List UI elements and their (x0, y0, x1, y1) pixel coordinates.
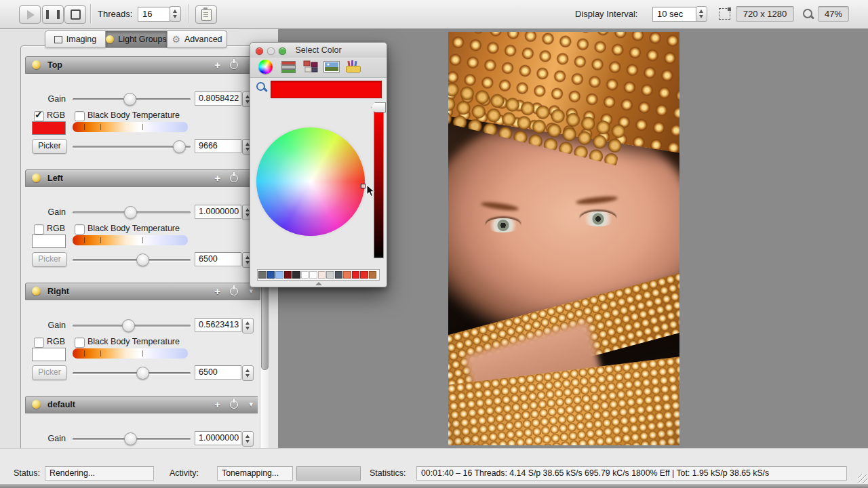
display-interval-input[interactable]: 10 sec (652, 7, 697, 22)
power-icon[interactable] (230, 61, 238, 69)
zoom-icon[interactable] (803, 9, 812, 18)
color-swatch[interactable] (284, 271, 292, 279)
black-body-checkbox[interactable] (75, 111, 85, 121)
power-icon[interactable] (230, 287, 238, 296)
slider-knob[interactable] (124, 206, 137, 219)
picker-value-field[interactable]: 6500 (195, 252, 241, 266)
image-palettes-mode-icon[interactable] (323, 61, 340, 73)
gain-value-field[interactable]: 0.8058422 (195, 92, 241, 106)
picker-value-field[interactable]: 6500 (195, 365, 241, 380)
rgb-checkbox[interactable]: ✓ (34, 111, 44, 121)
gain-stepper[interactable] (242, 318, 254, 333)
picker-stepper[interactable] (242, 365, 254, 381)
color-swatch[interactable] (292, 271, 300, 279)
color-swatch[interactable] (352, 271, 360, 279)
color-swatch[interactable] (309, 271, 317, 279)
gain-value-field[interactable]: 0.5623413 (195, 318, 241, 332)
add-icon[interactable]: + (214, 170, 220, 186)
status-label: Status: (14, 466, 40, 481)
tab-advanced[interactable]: ⚙ Advanced (167, 30, 227, 48)
resize-grip[interactable] (859, 474, 867, 483)
slider-knob[interactable] (136, 253, 149, 266)
gain-slider[interactable] (73, 431, 191, 446)
display-interval-stepper[interactable] (696, 6, 707, 22)
slider-knob[interactable] (123, 93, 136, 106)
dialog-titlebar[interactable]: Select Color (250, 43, 387, 58)
add-icon[interactable]: + (214, 396, 220, 413)
chevron-down-icon[interactable]: ▾ (249, 396, 253, 413)
group-header[interactable]: Right + ▾ (25, 283, 260, 300)
black-body-checkbox[interactable] (75, 338, 85, 348)
add-icon[interactable]: + (214, 57, 220, 73)
black-body-gradient[interactable] (73, 122, 188, 132)
pause-button[interactable] (42, 5, 64, 24)
black-body-gradient[interactable] (73, 235, 188, 245)
color-swatch[interactable] (275, 271, 283, 279)
color-palettes-mode-icon[interactable] (303, 60, 318, 73)
black-body-label: Black Body Temperature (87, 223, 180, 235)
gain-slider[interactable] (73, 318, 191, 333)
picker-value-field[interactable]: 9666 (195, 139, 241, 153)
picker-slider[interactable] (73, 252, 191, 267)
gain-stepper[interactable] (242, 431, 254, 447)
tab-imaging[interactable]: Imaging (45, 30, 106, 48)
gain-label: Gain (27, 431, 66, 446)
color-sliders-mode-icon[interactable] (281, 61, 294, 73)
slider-knob[interactable] (136, 367, 149, 380)
color-swatch[interactable] (267, 271, 275, 279)
gain-slider[interactable] (73, 205, 191, 220)
copy-button[interactable] (195, 5, 217, 24)
color-swatch[interactable] (343, 271, 351, 279)
color-swatch[interactable] (335, 271, 343, 279)
color-swatch[interactable] (258, 271, 267, 279)
add-icon[interactable]: + (214, 283, 220, 300)
brightness-slider[interactable] (374, 105, 384, 258)
picker-button[interactable]: Picker (32, 139, 67, 154)
color-swatch[interactable] (360, 271, 368, 279)
color-swatch[interactable] (326, 271, 334, 279)
color-swatch[interactable] (318, 271, 326, 279)
threads-stepper[interactable] (170, 6, 181, 22)
tab-light-groups[interactable]: Light Groups (106, 30, 167, 48)
threads-input[interactable]: 16 (138, 7, 170, 22)
power-icon[interactable] (230, 401, 238, 409)
gain-value-field[interactable]: 1.0000000 (195, 431, 241, 445)
slider-knob[interactable] (122, 319, 135, 332)
group-color-swatch[interactable] (32, 121, 66, 135)
tab-label: Advanced (184, 35, 222, 44)
group-color-swatch[interactable] (32, 348, 66, 361)
gain-value-field[interactable]: 1.0000000 (195, 205, 241, 219)
color-wheel-marker[interactable] (361, 184, 366, 188)
magnifier-icon[interactable] (256, 82, 265, 91)
gain-label: Gain (27, 318, 66, 333)
statistics-field: 00:01:40 – 16 Threads: 4.14 S/p 38.65 kS… (416, 466, 847, 481)
crayons-mode-icon[interactable] (345, 60, 361, 73)
rgb-checkbox[interactable] (34, 338, 44, 348)
color-wheel-mode-icon[interactable] (258, 60, 273, 74)
gain-slider[interactable] (73, 92, 191, 106)
slider-knob[interactable] (124, 432, 137, 445)
group-header[interactable]: Left + ▾ (25, 169, 260, 187)
slider-knob[interactable] (173, 140, 186, 153)
stop-button[interactable] (64, 5, 86, 24)
swatch-drawer-handle[interactable] (315, 282, 322, 285)
picker-button[interactable]: Picker (32, 365, 67, 380)
color-wheel[interactable] (256, 127, 365, 236)
group-header[interactable]: Top + ▾ (25, 56, 260, 74)
picker-slider[interactable] (73, 139, 191, 154)
black-body-checkbox[interactable] (75, 224, 85, 235)
light-bulb-icon (32, 60, 41, 69)
panel-tabs: Imaging Light Groups ⚙ Advanced (45, 30, 227, 47)
black-body-gradient[interactable] (73, 348, 188, 359)
gear-icon: ⚙ (172, 35, 180, 44)
group-color-swatch[interactable] (32, 235, 66, 248)
picker-slider[interactable] (73, 365, 191, 380)
color-swatch[interactable] (301, 271, 309, 279)
color-swatch[interactable] (369, 271, 377, 279)
group-header[interactable]: default + ▾ (25, 396, 258, 413)
rgb-checkbox[interactable] (34, 224, 44, 235)
play-button[interactable] (19, 5, 41, 24)
power-icon[interactable] (230, 174, 238, 182)
picker-button[interactable]: Picker (32, 252, 67, 267)
fit-to-window-icon[interactable] (719, 8, 730, 20)
